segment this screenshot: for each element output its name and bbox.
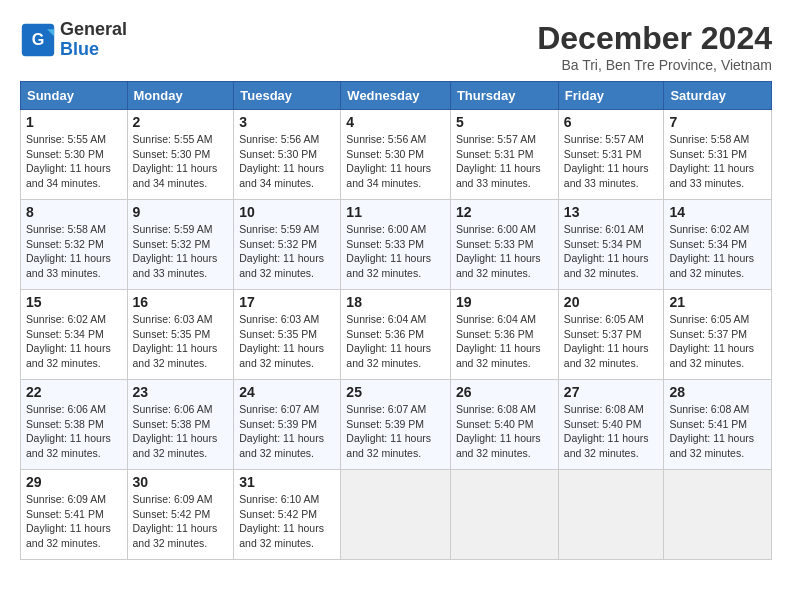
month-title: December 2024 (537, 20, 772, 57)
day-number: 20 (564, 294, 659, 310)
cell-details: Sunrise: 6:06 AM Sunset: 5:38 PM Dayligh… (133, 402, 229, 461)
weekday-wednesday: Wednesday (341, 82, 451, 110)
calendar-cell: 1Sunrise: 5:55 AM Sunset: 5:30 PM Daylig… (21, 110, 128, 200)
cell-details: Sunrise: 6:05 AM Sunset: 5:37 PM Dayligh… (564, 312, 659, 371)
cell-details: Sunrise: 6:03 AM Sunset: 5:35 PM Dayligh… (239, 312, 335, 371)
calendar-cell: 28Sunrise: 6:08 AM Sunset: 5:41 PM Dayli… (664, 380, 772, 470)
cell-details: Sunrise: 6:00 AM Sunset: 5:33 PM Dayligh… (456, 222, 553, 281)
calendar-cell (450, 470, 558, 560)
calendar-cell: 17Sunrise: 6:03 AM Sunset: 5:35 PM Dayli… (234, 290, 341, 380)
calendar-week-4: 22Sunrise: 6:06 AM Sunset: 5:38 PM Dayli… (21, 380, 772, 470)
day-number: 25 (346, 384, 445, 400)
day-number: 28 (669, 384, 766, 400)
title-block: December 2024 Ba Tri, Ben Tre Province, … (537, 20, 772, 73)
day-number: 26 (456, 384, 553, 400)
calendar-table: SundayMondayTuesdayWednesdayThursdayFrid… (20, 81, 772, 560)
day-number: 12 (456, 204, 553, 220)
day-number: 14 (669, 204, 766, 220)
weekday-sunday: Sunday (21, 82, 128, 110)
calendar-cell (341, 470, 451, 560)
day-number: 8 (26, 204, 122, 220)
day-number: 10 (239, 204, 335, 220)
calendar-week-5: 29Sunrise: 6:09 AM Sunset: 5:41 PM Dayli… (21, 470, 772, 560)
weekday-friday: Friday (558, 82, 664, 110)
cell-details: Sunrise: 6:10 AM Sunset: 5:42 PM Dayligh… (239, 492, 335, 551)
calendar-cell: 6Sunrise: 5:57 AM Sunset: 5:31 PM Daylig… (558, 110, 664, 200)
day-number: 5 (456, 114, 553, 130)
cell-details: Sunrise: 6:02 AM Sunset: 5:34 PM Dayligh… (669, 222, 766, 281)
cell-details: Sunrise: 6:04 AM Sunset: 5:36 PM Dayligh… (346, 312, 445, 371)
day-number: 22 (26, 384, 122, 400)
cell-details: Sunrise: 5:58 AM Sunset: 5:31 PM Dayligh… (669, 132, 766, 191)
day-number: 23 (133, 384, 229, 400)
calendar-cell: 27Sunrise: 6:08 AM Sunset: 5:40 PM Dayli… (558, 380, 664, 470)
cell-details: Sunrise: 6:00 AM Sunset: 5:33 PM Dayligh… (346, 222, 445, 281)
day-number: 21 (669, 294, 766, 310)
day-number: 16 (133, 294, 229, 310)
calendar-cell (558, 470, 664, 560)
calendar-week-2: 8Sunrise: 5:58 AM Sunset: 5:32 PM Daylig… (21, 200, 772, 290)
calendar-cell: 3Sunrise: 5:56 AM Sunset: 5:30 PM Daylig… (234, 110, 341, 200)
day-number: 6 (564, 114, 659, 130)
day-number: 24 (239, 384, 335, 400)
cell-details: Sunrise: 6:07 AM Sunset: 5:39 PM Dayligh… (346, 402, 445, 461)
logo-line2: Blue (60, 40, 127, 60)
svg-text:G: G (32, 30, 45, 48)
cell-details: Sunrise: 6:08 AM Sunset: 5:40 PM Dayligh… (456, 402, 553, 461)
cell-details: Sunrise: 5:59 AM Sunset: 5:32 PM Dayligh… (239, 222, 335, 281)
calendar-cell: 21Sunrise: 6:05 AM Sunset: 5:37 PM Dayli… (664, 290, 772, 380)
cell-details: Sunrise: 6:09 AM Sunset: 5:41 PM Dayligh… (26, 492, 122, 551)
calendar-body: 1Sunrise: 5:55 AM Sunset: 5:30 PM Daylig… (21, 110, 772, 560)
cell-details: Sunrise: 5:57 AM Sunset: 5:31 PM Dayligh… (456, 132, 553, 191)
day-number: 27 (564, 384, 659, 400)
calendar-cell: 26Sunrise: 6:08 AM Sunset: 5:40 PM Dayli… (450, 380, 558, 470)
cell-details: Sunrise: 6:05 AM Sunset: 5:37 PM Dayligh… (669, 312, 766, 371)
weekday-header-row: SundayMondayTuesdayWednesdayThursdayFrid… (21, 82, 772, 110)
calendar-cell: 16Sunrise: 6:03 AM Sunset: 5:35 PM Dayli… (127, 290, 234, 380)
cell-details: Sunrise: 6:02 AM Sunset: 5:34 PM Dayligh… (26, 312, 122, 371)
calendar-cell: 24Sunrise: 6:07 AM Sunset: 5:39 PM Dayli… (234, 380, 341, 470)
cell-details: Sunrise: 6:06 AM Sunset: 5:38 PM Dayligh… (26, 402, 122, 461)
calendar-cell: 19Sunrise: 6:04 AM Sunset: 5:36 PM Dayli… (450, 290, 558, 380)
day-number: 30 (133, 474, 229, 490)
weekday-monday: Monday (127, 82, 234, 110)
cell-details: Sunrise: 5:55 AM Sunset: 5:30 PM Dayligh… (26, 132, 122, 191)
cell-details: Sunrise: 6:04 AM Sunset: 5:36 PM Dayligh… (456, 312, 553, 371)
cell-details: Sunrise: 5:57 AM Sunset: 5:31 PM Dayligh… (564, 132, 659, 191)
calendar-cell: 20Sunrise: 6:05 AM Sunset: 5:37 PM Dayli… (558, 290, 664, 380)
page-header: G General Blue December 2024 Ba Tri, Ben… (20, 20, 772, 73)
calendar-cell: 12Sunrise: 6:00 AM Sunset: 5:33 PM Dayli… (450, 200, 558, 290)
logo-text: General Blue (60, 20, 127, 60)
day-number: 4 (346, 114, 445, 130)
day-number: 1 (26, 114, 122, 130)
calendar-cell: 11Sunrise: 6:00 AM Sunset: 5:33 PM Dayli… (341, 200, 451, 290)
calendar-cell: 31Sunrise: 6:10 AM Sunset: 5:42 PM Dayli… (234, 470, 341, 560)
cell-details: Sunrise: 5:58 AM Sunset: 5:32 PM Dayligh… (26, 222, 122, 281)
day-number: 7 (669, 114, 766, 130)
calendar-cell: 22Sunrise: 6:06 AM Sunset: 5:38 PM Dayli… (21, 380, 128, 470)
day-number: 13 (564, 204, 659, 220)
weekday-saturday: Saturday (664, 82, 772, 110)
calendar-week-1: 1Sunrise: 5:55 AM Sunset: 5:30 PM Daylig… (21, 110, 772, 200)
cell-details: Sunrise: 6:01 AM Sunset: 5:34 PM Dayligh… (564, 222, 659, 281)
cell-details: Sunrise: 5:55 AM Sunset: 5:30 PM Dayligh… (133, 132, 229, 191)
calendar-cell: 2Sunrise: 5:55 AM Sunset: 5:30 PM Daylig… (127, 110, 234, 200)
calendar-cell: 25Sunrise: 6:07 AM Sunset: 5:39 PM Dayli… (341, 380, 451, 470)
calendar-cell: 7Sunrise: 5:58 AM Sunset: 5:31 PM Daylig… (664, 110, 772, 200)
cell-details: Sunrise: 5:59 AM Sunset: 5:32 PM Dayligh… (133, 222, 229, 281)
calendar-cell: 23Sunrise: 6:06 AM Sunset: 5:38 PM Dayli… (127, 380, 234, 470)
day-number: 29 (26, 474, 122, 490)
day-number: 3 (239, 114, 335, 130)
calendar-cell: 30Sunrise: 6:09 AM Sunset: 5:42 PM Dayli… (127, 470, 234, 560)
calendar-week-3: 15Sunrise: 6:02 AM Sunset: 5:34 PM Dayli… (21, 290, 772, 380)
day-number: 18 (346, 294, 445, 310)
day-number: 11 (346, 204, 445, 220)
calendar-cell: 29Sunrise: 6:09 AM Sunset: 5:41 PM Dayli… (21, 470, 128, 560)
day-number: 15 (26, 294, 122, 310)
weekday-tuesday: Tuesday (234, 82, 341, 110)
logo: G General Blue (20, 20, 127, 60)
cell-details: Sunrise: 6:07 AM Sunset: 5:39 PM Dayligh… (239, 402, 335, 461)
logo-line1: General (60, 20, 127, 40)
calendar-cell: 18Sunrise: 6:04 AM Sunset: 5:36 PM Dayli… (341, 290, 451, 380)
cell-details: Sunrise: 5:56 AM Sunset: 5:30 PM Dayligh… (346, 132, 445, 191)
